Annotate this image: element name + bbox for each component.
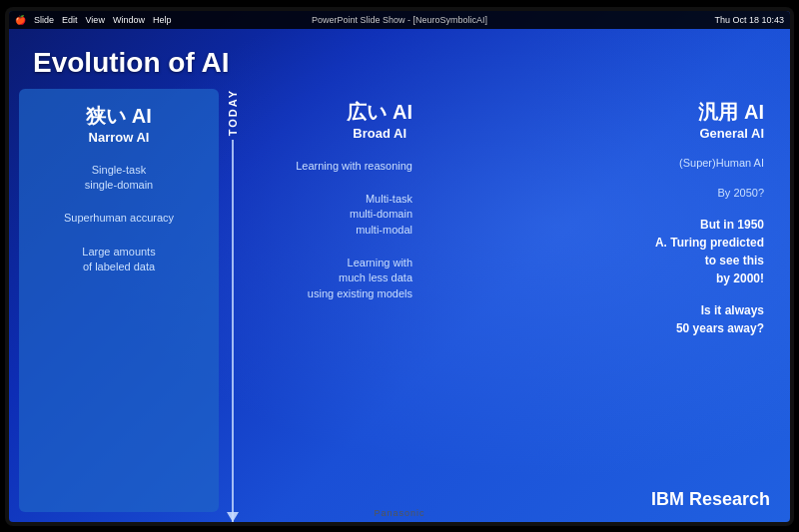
- column-general-ai: 汎用 AI General AI (Super)Human AI By 2050…: [428, 89, 780, 512]
- broad-ai-en: Broad AI: [347, 126, 412, 141]
- broad-item-3: Learning withmuch less datausing existin…: [308, 256, 412, 301]
- today-label: TODAY: [227, 89, 239, 136]
- broad-item-2: Multi-taskmulti-domainmulti-modal: [350, 192, 412, 238]
- menu-window[interactable]: Window: [113, 15, 145, 25]
- menu-bar-right: Thu Oct 18 10:43: [714, 15, 784, 25]
- menu-help[interactable]: Help: [153, 15, 172, 25]
- general-item-4: Is it always50 years away?: [676, 301, 764, 337]
- monitor-frame: 🍎 Slide Edit View Window Help PowerPoint…: [5, 7, 794, 526]
- menu-view[interactable]: View: [86, 15, 105, 25]
- narrow-ai-jp: 狭い AI: [35, 103, 203, 130]
- narrow-ai-en: Narrow AI: [35, 130, 203, 145]
- general-ai-jp: 汎用 AI: [698, 99, 764, 126]
- column-narrow-ai: 狭い AI Narrow AI Single-tasksingle-domain…: [19, 89, 219, 512]
- panasonic-label: Panasonic: [374, 508, 424, 518]
- menu-edit[interactable]: Edit: [62, 15, 78, 25]
- slide-title: Evolution of AI: [9, 29, 790, 89]
- general-item-1: (Super)Human AI: [679, 155, 764, 172]
- column-broad-ai: 広い AI Broad AI Learning with reasoning M…: [229, 89, 428, 512]
- menu-bar-left: 🍎 Slide Edit View Window Help: [15, 15, 171, 25]
- today-arrow: [232, 140, 234, 522]
- general-item-3: But in 1950A. Turing predictedto see thi…: [655, 216, 764, 287]
- screen: 🍎 Slide Edit View Window Help PowerPoint…: [9, 11, 790, 522]
- narrow-item-2: Superhuman accuracy: [35, 211, 203, 226]
- broad-item-1: Learning with reasoning: [296, 159, 412, 174]
- menu-bar: 🍎 Slide Edit View Window Help PowerPoint…: [9, 11, 790, 29]
- ibm-label: IBM: [651, 489, 684, 509]
- general-ai-en: General AI: [698, 126, 764, 141]
- general-item-2: By 2050?: [718, 185, 764, 202]
- apple-menu[interactable]: 🍎: [15, 15, 26, 25]
- narrow-item-3: Large amountsof labeled data: [35, 245, 203, 275]
- today-line: TODAY: [227, 89, 239, 522]
- research-label: Research: [689, 489, 770, 509]
- menu-slide[interactable]: Slide: [34, 15, 54, 25]
- broad-ai-jp: 広い AI: [347, 99, 412, 126]
- ibm-research-footer: IBM Research: [651, 489, 770, 510]
- datetime: Thu Oct 18 10:43: [714, 15, 784, 25]
- window-title: PowerPoint Slide Show - [NeuroSymbolicAI…: [312, 15, 487, 25]
- slide-content: Evolution of AI 狭い AI Narrow AI Single-t…: [9, 29, 790, 522]
- narrow-item-1: Single-tasksingle-domain: [35, 163, 203, 194]
- slide-body: 狭い AI Narrow AI Single-tasksingle-domain…: [9, 89, 790, 522]
